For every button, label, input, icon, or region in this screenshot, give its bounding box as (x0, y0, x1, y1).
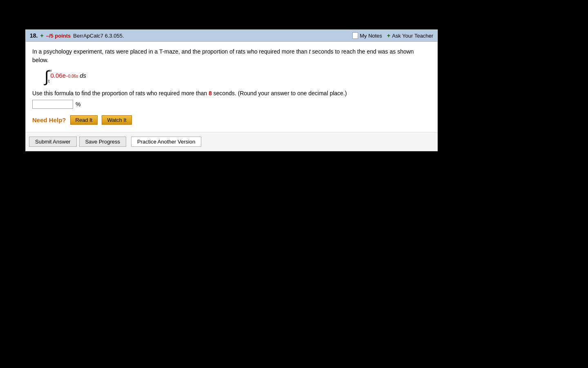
need-help-row: Need Help? Read It Watch It (32, 115, 431, 125)
notes-label: My Notes (360, 33, 382, 39)
question-header: 18. + –/5 points BerrApCalc7 6.3.055. My… (26, 30, 437, 42)
page-wrapper: 18. + –/5 points BerrApCalc7 6.3.055. My… (0, 0, 588, 368)
notes-icon (352, 32, 358, 39)
ask-teacher-button[interactable]: + Ask Your Teacher (387, 32, 433, 39)
integral-lower-limit: t (48, 79, 49, 83)
formula-question-part2: seconds. (Round your answer to one decim… (212, 90, 347, 96)
integral-exponent: −0.06s (66, 74, 78, 79)
need-help-label: Need Help? (32, 117, 66, 123)
plus-icon: + (40, 32, 43, 39)
footer-buttons: Submit Answer Save Progress Practice Ano… (26, 132, 437, 151)
question-id: BerrApCalc7 6.3.055. (73, 33, 124, 39)
points-text: –/5 points (46, 33, 71, 39)
practice-another-version-button[interactable]: Practice Another Version (131, 137, 201, 147)
ask-teacher-plus-icon: + (387, 32, 390, 39)
read-it-button[interactable]: Read It (70, 115, 98, 125)
integral-coefficient: 0.06 (50, 72, 62, 79)
integral-integrand: 0.06e−0.06s ds (50, 69, 86, 79)
question-number: 18. (30, 32, 38, 39)
answer-input[interactable] (32, 100, 73, 109)
answer-row: % (32, 100, 431, 109)
percent-label: % (76, 101, 80, 108)
ds-text: ds (80, 72, 86, 79)
main-container: 18. + –/5 points BerrApCalc7 6.3.055. My… (25, 29, 438, 151)
e-symbol: e (62, 72, 66, 79)
integral-upper-limit: ∞ (49, 68, 52, 73)
highlight-number: 8 (209, 90, 212, 96)
question-text-part1: In a psychology experiment, rats were pl… (32, 48, 309, 55)
question-text: In a psychology experiment, rats were pl… (32, 47, 431, 65)
my-notes-button[interactable]: My Notes (352, 32, 382, 39)
question-body: In a psychology experiment, rats were pl… (26, 42, 437, 132)
question-header-right: My Notes + Ask Your Teacher (352, 32, 433, 39)
integral-symbol-group: ∞ ∫ t (45, 69, 49, 84)
formula-question: Use this formula to find the proportion … (32, 90, 431, 96)
ask-teacher-label: Ask Your Teacher (392, 33, 433, 39)
integral-formula: ∞ ∫ t 0.06e−0.06s ds (45, 69, 431, 84)
question-header-left: 18. + –/5 points BerrApCalc7 6.3.055. (30, 32, 124, 39)
formula-question-part1: Use this formula to find the proportion … (32, 90, 209, 96)
save-progress-button[interactable]: Save Progress (79, 137, 126, 147)
integral-with-limits: ∞ ∫ t (45, 69, 49, 84)
watch-it-button[interactable]: Watch It (102, 115, 131, 125)
submit-answer-button[interactable]: Submit Answer (29, 137, 77, 147)
